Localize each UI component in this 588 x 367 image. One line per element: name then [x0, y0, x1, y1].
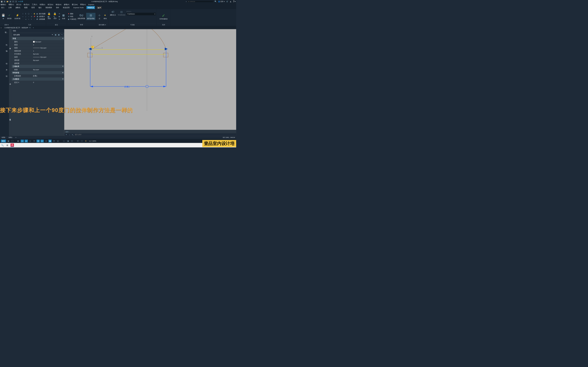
parallel-icon[interactable]: ∥ — [25, 12, 27, 15]
fix-icon[interactable]: 📌 — [33, 15, 35, 18]
menu-express[interactable]: Express — [88, 4, 94, 5]
prop-color[interactable]: ByLayer — [32, 40, 64, 43]
left-item[interactable]: 项.. — [0, 29, 9, 35]
coinc-icon[interactable]: · — [22, 18, 24, 20]
section-general[interactable]: 常规▾ — [12, 37, 64, 40]
tangent-icon[interactable]: ◯ — [27, 12, 30, 15]
cart-icon[interactable]: 🛒 — [226, 0, 228, 2]
prop-transparency[interactable]: ByLayer — [32, 58, 64, 62]
vis-tool-icon3[interactable]: ▭ — [130, 10, 131, 12]
osnap-toggle[interactable]: ⊡ — [37, 140, 40, 142]
close-icon[interactable]: ✕ — [29, 27, 30, 28]
ws-toggle[interactable]: ⬡ — [70, 140, 73, 142]
left-item[interactable]: 轴 — [0, 48, 9, 54]
snap-toggle[interactable]: ⋮⋮ — [11, 140, 14, 142]
share-button[interactable]: ➤ 共享 — [18, 0, 23, 2]
constraint-state-button[interactable]: ◧约束状态 — [68, 18, 76, 20]
left-item[interactable] — [0, 54, 9, 60]
quick-select-icon[interactable]: ▦ — [54, 33, 57, 36]
attr-def-button[interactable]: 🏷属性定义 — [109, 9, 117, 17]
section-geom[interactable]: 几何图形▾ — [12, 77, 64, 81]
hide-all-button[interactable]: ◩全部隐藏 — [36, 18, 45, 20]
vis-tool-icon2[interactable]: ◲ — [128, 10, 130, 12]
dim-icon1[interactable]: ⟲ — [58, 13, 61, 15]
tab-annotate[interactable]: 注释 — [7, 6, 13, 9]
command-input[interactable] — [75, 134, 235, 136]
model-button[interactable]: 模型 — [1, 140, 6, 142]
layout2-tab[interactable]: 布局2 — [7, 136, 14, 139]
open-icon[interactable]: 📂 — [6, 0, 9, 3]
move-action-button[interactable]: ✦移动 — [103, 13, 108, 20]
ann-toggle[interactable]: ◨ — [66, 140, 69, 142]
dim-icon2[interactable]: ◐ — [58, 15, 61, 17]
test-block-button[interactable]: 测试块 — [7, 13, 12, 20]
palette-actions-tab[interactable]: 动作 — [9, 65, 12, 100]
close-block-editor-button[interactable]: ✓关闭块编辑器 — [157, 12, 170, 20]
play-icon[interactable]: ▸ — [186, 1, 187, 2]
palette-paramsets-tab[interactable]: 参数集 — [9, 100, 12, 136]
left-item[interactable]: 转 — [0, 73, 9, 79]
units-toggle[interactable]: ✦ — [76, 140, 79, 142]
left-item[interactable] — [0, 35, 9, 42]
authoring-palette-button[interactable]: ▤编写选项板 — [86, 13, 95, 20]
palette-params-tab[interactable]: 参数 — [9, 29, 12, 65]
tab-parametric[interactable]: 参数化 — [15, 6, 21, 9]
delete-constraint-button[interactable]: ✖删除 — [68, 13, 76, 15]
lw-toggle[interactable]: ≡ — [44, 140, 48, 142]
prop-ltscale[interactable]: 1 — [32, 50, 64, 52]
login-button[interactable]: 👤 登录 ▾ — [218, 0, 225, 2]
tab-express[interactable]: Express Tools — [72, 6, 85, 9]
left-item[interactable]: 转 — [0, 60, 9, 67]
c3-icon[interactable]: ⋮ — [33, 18, 35, 20]
menu-tools[interactable]: 工具(T) — [32, 3, 37, 6]
dyn-toggle[interactable]: ◫ — [56, 140, 60, 142]
section-3d[interactable]: 三维效果▾ — [12, 65, 64, 68]
concentric-icon[interactable]: ◎ — [30, 15, 33, 18]
menu-format[interactable]: 格式(O) — [24, 3, 29, 6]
prop-layer[interactable]: 0 — [32, 43, 64, 46]
layout1-tab[interactable]: 布局1 — [0, 136, 7, 139]
lock-icon[interactable]: 🔒 — [33, 12, 35, 15]
menu-view[interactable]: 视图(V) — [9, 3, 14, 6]
menu-window[interactable]: 窗口(W) — [72, 3, 78, 6]
vis-tool-icon1[interactable]: ◱ — [127, 10, 128, 12]
point-param-button[interactable]: ⊹点 — [97, 13, 102, 20]
sc-toggle[interactable]: ⟐ — [62, 140, 66, 142]
prop-plotstyle[interactable]: ByColor — [32, 52, 64, 56]
prop-linetype[interactable]: ByLayer — [32, 46, 64, 50]
search-input[interactable] — [187, 1, 213, 2]
trans-toggle[interactable]: ▩ — [48, 140, 52, 142]
visibility-dropdown[interactable]: 可见性状态0▾ — [127, 13, 156, 15]
infer-toggle[interactable]: ◧ — [17, 140, 20, 142]
equal-icon[interactable]: = — [27, 18, 30, 20]
left-item[interactable]: 性 — [0, 42, 9, 48]
perp-icon[interactable]: ⊥ — [22, 12, 24, 15]
vert-icon[interactable]: | — [25, 15, 27, 18]
start-tab[interactable]: ⌂ — [0, 26, 3, 29]
linear-dim-button[interactable]: 🔒⬌线性 — [47, 13, 52, 20]
3dosnap-toggle[interactable]: ▭ — [41, 140, 44, 142]
show-all-button[interactable]: ◨全部显示 — [36, 15, 45, 17]
redo-icon[interactable]: ↷ — [15, 0, 17, 3]
close-cmd-icon[interactable]: ✕ — [65, 134, 67, 135]
collinear-icon[interactable]: ⟋ — [27, 15, 30, 18]
vis-state-button[interactable]: ▤可见性状态 — [117, 9, 126, 17]
selection-type-dropdown[interactable]: 线性参数▾ — [12, 33, 54, 36]
tab-collab[interactable]: 协作 — [55, 6, 60, 9]
tab-view[interactable]: 视图 — [23, 6, 29, 9]
annotation-scale[interactable]: 1:1 / 100% — [88, 140, 97, 142]
menu-dimension[interactable]: 标注(N) — [48, 3, 53, 6]
aligned-dim-button[interactable]: 🔒⤡对齐 — [52, 13, 58, 20]
app-icon[interactable]: ◮ — [230, 0, 231, 2]
plot-icon[interactable]: 🖶 — [9, 0, 12, 3]
drawing-canvas[interactable]: Y X ! 距 — [64, 29, 236, 136]
tab-featured[interactable]: 精选应用 — [62, 6, 71, 9]
new-tab-button[interactable]: ＋ — [32, 26, 35, 29]
autocad-app-icon[interactable]: A — [10, 143, 14, 147]
ortho-toggle[interactable]: ⊥ — [21, 140, 24, 142]
ribbon-overflow-button[interactable]: ▬ ▾ — [97, 6, 102, 9]
menu-help[interactable]: 帮助(H) — [80, 3, 86, 6]
undo-icon[interactable]: ↶ — [12, 0, 15, 3]
taskview-icon[interactable]: ⊞ — [6, 144, 9, 147]
iso-toggle[interactable]: ◇ — [29, 140, 32, 142]
